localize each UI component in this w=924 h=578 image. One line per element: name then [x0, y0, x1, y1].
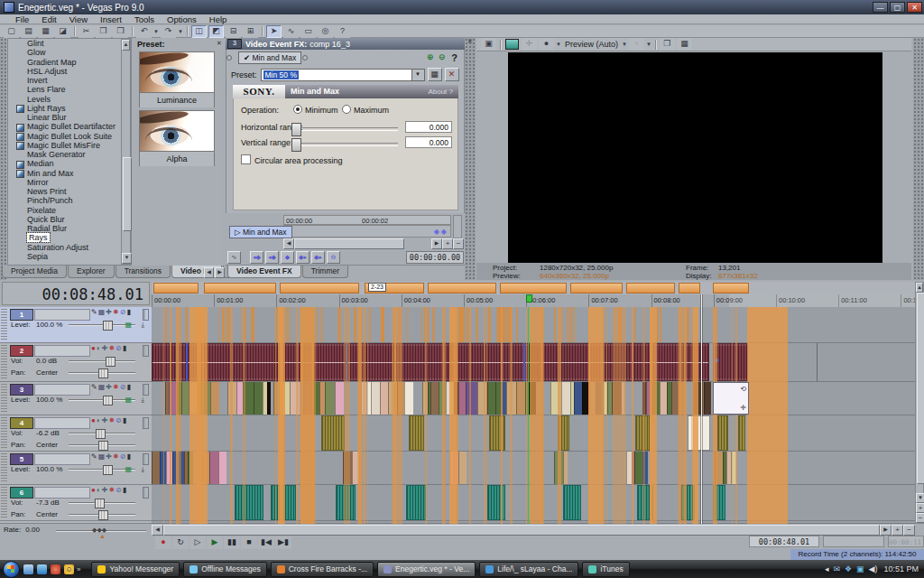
- fx-list-item[interactable]: Rays: [8, 233, 131, 242]
- close-button[interactable]: ✕: [907, 2, 922, 13]
- kf-scroll-left-icon[interactable]: ◀: [283, 238, 294, 249]
- copy-icon[interactable]: ❐: [96, 25, 111, 38]
- position-timecode[interactable]: 00:08:48.01: [749, 536, 819, 547]
- track-video-button-icon[interactable]: ✎: [91, 452, 98, 461]
- thumbnail-slice[interactable]: [495, 382, 502, 415]
- track-slider[interactable]: [69, 502, 135, 503]
- kf-zoom-in-icon[interactable]: +: [442, 238, 453, 249]
- menu-file[interactable]: File: [9, 14, 35, 24]
- thumbnail-slice[interactable]: [189, 382, 198, 415]
- thumbnail-slice[interactable]: [561, 382, 571, 415]
- thumbnail-slice[interactable]: [335, 382, 344, 415]
- radio-maximum[interactable]: Maximum: [342, 105, 389, 115]
- track-video-button-icon[interactable]: ✸: [113, 452, 120, 461]
- track-video-button-icon[interactable]: ✸: [113, 383, 120, 391]
- thumbnail-slice[interactable]: [458, 382, 466, 415]
- fx-list-item[interactable]: Magic Bullet Look Suite: [8, 132, 131, 141]
- thumbnail-slice[interactable]: [477, 382, 485, 415]
- thumbnail-slice[interactable]: [430, 382, 439, 415]
- clip-slice[interactable]: [511, 307, 512, 342]
- timeline-scroll-down-icon[interactable]: ▼: [916, 493, 924, 503]
- audio-event[interactable]: [635, 415, 650, 451]
- track-slider-handle[interactable]: [106, 357, 116, 367]
- fx-preset-combobox[interactable]: Min 50 % ▼: [261, 69, 425, 81]
- thumbnail-slice[interactable]: [188, 452, 193, 484]
- fx-list-item[interactable]: Gradient Map: [8, 58, 131, 67]
- fx-chain-item[interactable]: ✔ Min and Max: [238, 51, 301, 64]
- fx-list-item[interactable]: Mask Generator: [8, 150, 131, 159]
- thumbnail-slice[interactable]: [554, 452, 563, 484]
- thumbnail-slice[interactable]: [458, 452, 467, 484]
- thumbnail-slice[interactable]: [152, 452, 160, 484]
- clip-slice[interactable]: [503, 307, 505, 342]
- track-grip[interactable]: [1, 309, 7, 340]
- fx-list-item[interactable]: Magic Bullet MisFire: [8, 141, 131, 150]
- track-video-button-icon[interactable]: ✚: [106, 383, 113, 391]
- track-content-2[interactable]: [152, 343, 915, 382]
- track-video-button-icon[interactable]: ✸: [113, 308, 120, 316]
- fx-list-item[interactable]: Saturation Adjust: [8, 243, 131, 252]
- delete-keyframe-icon[interactable]: ⊖: [327, 251, 340, 264]
- track-audio-button-icon[interactable]: ⊘: [116, 486, 123, 494]
- track-content-7[interactable]: [152, 521, 915, 524]
- audio-event[interactable]: [336, 485, 356, 520]
- preview-quality-dropdown[interactable]: Preview (Auto): [565, 40, 618, 49]
- clip-slice[interactable]: [541, 307, 542, 342]
- timeline-marker-label[interactable]: 2-23: [368, 283, 386, 292]
- kf-scroll-thumb[interactable]: [294, 238, 404, 249]
- audio-event[interactable]: [409, 415, 424, 451]
- play-button[interactable]: ▶: [207, 536, 223, 549]
- clip-slice[interactable]: [614, 307, 614, 342]
- open-icon[interactable]: ▤: [21, 25, 36, 38]
- clip-slice[interactable]: [559, 307, 561, 342]
- keyframe-track[interactable]: ◆ ◆: [283, 225, 451, 238]
- thumbnail-slice[interactable]: [678, 382, 684, 415]
- prev-keyframe-icon[interactable]: ◂◆: [265, 251, 279, 264]
- fx-list-item[interactable]: Light Rays: [8, 104, 131, 113]
- pause-button[interactable]: ▮▮: [224, 536, 240, 549]
- auto-ripple-icon[interactable]: ◩: [208, 25, 224, 38]
- thumbnail-slice[interactable]: [209, 452, 218, 484]
- go-to-end-button[interactable]: ▶▮: [275, 536, 291, 549]
- taskbar-button[interactable]: Enegertic.veg * - Ve...: [377, 562, 476, 577]
- clip-slice[interactable]: [227, 307, 230, 342]
- track-content-1[interactable]: [152, 307, 915, 343]
- tab-transitions[interactable]: Transitions: [116, 266, 171, 278]
- menu-edit[interactable]: Edit: [35, 14, 62, 24]
- fx-list-item[interactable]: Levels: [8, 95, 131, 104]
- track-slider-handle[interactable]: [103, 465, 113, 475]
- track-video-button-icon[interactable]: ▮: [126, 383, 131, 391]
- audio-event[interactable]: [713, 343, 748, 381]
- track-header-4[interactable]: 4●◐✚✸⊘▮Vol:-6.2 dBPan:Center: [0, 415, 152, 452]
- cut-icon[interactable]: ✂: [79, 25, 94, 38]
- new-project-icon[interactable]: ▢: [4, 25, 19, 38]
- thumbnail-slice[interactable]: [279, 382, 290, 415]
- tab-explorer[interactable]: Explorer: [68, 266, 115, 278]
- thumbnail-slice[interactable]: [236, 382, 243, 415]
- timeline-ruler[interactable]: 00:00:0000:01:0000:02:0000:03:0000:04:00…: [152, 294, 915, 308]
- split-screen-icon[interactable]: ●: [539, 38, 554, 51]
- menu-insert[interactable]: Insert: [94, 14, 128, 24]
- zoom-edit-tool-icon[interactable]: ◎: [318, 25, 333, 38]
- thumbnail-slice[interactable]: [612, 382, 620, 415]
- track-video-button-icon[interactable]: ✚: [106, 308, 113, 316]
- clip-slice[interactable]: [317, 307, 319, 342]
- thumbnail-slice[interactable]: [198, 382, 206, 415]
- insert-keyframe-icon[interactable]: ◆: [281, 251, 294, 264]
- track-slider-handle[interactable]: [98, 441, 108, 451]
- clip-slice[interactable]: [427, 307, 430, 342]
- thumbnail-slice[interactable]: [446, 382, 454, 415]
- track-name-field[interactable]: [34, 417, 90, 429]
- thumbnail-slice[interactable]: [731, 452, 736, 484]
- clip-slice[interactable]: [381, 307, 383, 342]
- track-video-button-icon[interactable]: ▦: [98, 308, 106, 316]
- track-audio-button-icon[interactable]: ✸: [108, 486, 116, 494]
- radio-maximum-icon[interactable]: [342, 105, 351, 114]
- scrollbar-thumb[interactable]: [123, 157, 132, 231]
- clip-slice[interactable]: [573, 307, 575, 342]
- clip-slice[interactable]: [468, 307, 472, 342]
- track-audio-button-icon[interactable]: ▮: [123, 416, 127, 424]
- radio-minimum-icon[interactable]: [293, 105, 302, 114]
- clip-slice[interactable]: [251, 307, 254, 342]
- thumbnail-slice[interactable]: [160, 452, 166, 484]
